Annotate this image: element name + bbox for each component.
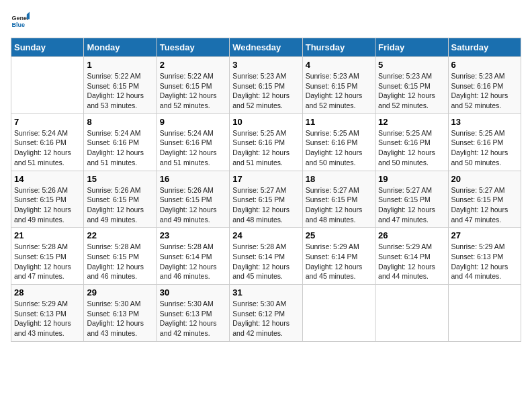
day-number: 23 (160, 230, 226, 240)
day-info: Sunrise: 5:24 AM Sunset: 6:16 PM Dayligh… (160, 128, 226, 168)
day-info: Sunrise: 5:29 AM Sunset: 6:13 PM Dayligh… (451, 242, 518, 281)
day-info: Sunrise: 5:28 AM Sunset: 6:14 PM Dayligh… (160, 242, 226, 281)
logo: General Blue (11, 11, 32, 30)
calendar-cell: 17Sunrise: 5:27 AM Sunset: 6:15 PM Dayli… (230, 171, 302, 228)
week-row-1: 1Sunrise: 5:22 AM Sunset: 6:15 PM Daylig… (11, 57, 521, 114)
svg-text:Blue: Blue (11, 21, 25, 28)
day-number: 2 (160, 60, 226, 70)
calendar-cell: 8Sunrise: 5:24 AM Sunset: 6:16 PM Daylig… (84, 113, 157, 171)
day-info: Sunrise: 5:25 AM Sunset: 6:16 PM Dayligh… (378, 128, 445, 168)
day-number: 13 (451, 117, 518, 127)
calendar-cell (11, 57, 84, 114)
logo-icon: General Blue (11, 11, 30, 30)
calendar-cell: 1Sunrise: 5:22 AM Sunset: 6:15 PM Daylig… (84, 57, 157, 114)
day-number: 31 (232, 287, 299, 298)
header-row: SundayMondayTuesdayWednesdayThursdayFrid… (11, 38, 521, 57)
day-number: 30 (160, 287, 226, 298)
calendar-cell (375, 285, 448, 342)
day-info: Sunrise: 5:22 AM Sunset: 6:15 PM Dayligh… (160, 71, 226, 111)
day-info: Sunrise: 5:23 AM Sunset: 6:15 PM Dayligh… (232, 71, 299, 111)
calendar-cell: 23Sunrise: 5:28 AM Sunset: 6:14 PM Dayli… (157, 228, 229, 285)
day-number: 18 (306, 174, 372, 184)
calendar-cell: 2Sunrise: 5:22 AM Sunset: 6:15 PM Daylig… (157, 57, 229, 114)
header-thursday: Thursday (302, 38, 375, 57)
day-number: 16 (160, 174, 226, 184)
calendar-cell: 24Sunrise: 5:28 AM Sunset: 6:14 PM Dayli… (230, 228, 302, 285)
day-number: 11 (306, 117, 372, 127)
day-number: 17 (232, 174, 299, 184)
week-row-4: 21Sunrise: 5:28 AM Sunset: 6:15 PM Dayli… (11, 228, 521, 285)
day-number: 26 (378, 230, 445, 240)
day-info: Sunrise: 5:29 AM Sunset: 6:13 PM Dayligh… (14, 299, 81, 338)
calendar-cell: 19Sunrise: 5:27 AM Sunset: 6:15 PM Dayli… (375, 171, 448, 228)
day-number: 21 (14, 230, 81, 240)
day-number: 29 (87, 287, 153, 298)
week-row-5: 28Sunrise: 5:29 AM Sunset: 6:13 PM Dayli… (11, 285, 521, 342)
calendar-table: SundayMondayTuesdayWednesdayThursdayFrid… (11, 38, 521, 342)
calendar-cell: 7Sunrise: 5:24 AM Sunset: 6:16 PM Daylig… (11, 113, 84, 171)
calendar-cell: 31Sunrise: 5:30 AM Sunset: 6:12 PM Dayli… (230, 285, 302, 342)
calendar-cell (448, 285, 521, 342)
day-info: Sunrise: 5:25 AM Sunset: 6:16 PM Dayligh… (232, 128, 299, 168)
calendar-cell (302, 285, 375, 342)
calendar-cell: 4Sunrise: 5:23 AM Sunset: 6:15 PM Daylig… (302, 57, 375, 114)
day-number: 4 (306, 60, 372, 70)
day-number: 1 (87, 60, 153, 70)
week-row-3: 14Sunrise: 5:26 AM Sunset: 6:15 PM Dayli… (11, 171, 521, 228)
day-number: 25 (306, 230, 372, 240)
day-number: 28 (14, 287, 81, 298)
calendar-cell: 27Sunrise: 5:29 AM Sunset: 6:13 PM Dayli… (448, 228, 521, 285)
day-info: Sunrise: 5:24 AM Sunset: 6:16 PM Dayligh… (14, 128, 81, 168)
calendar-cell: 16Sunrise: 5:26 AM Sunset: 6:15 PM Dayli… (157, 171, 229, 228)
day-info: Sunrise: 5:28 AM Sunset: 6:15 PM Dayligh… (87, 242, 153, 281)
day-number: 24 (232, 230, 299, 240)
calendar-cell: 11Sunrise: 5:25 AM Sunset: 6:16 PM Dayli… (302, 113, 375, 171)
calendar-cell: 21Sunrise: 5:28 AM Sunset: 6:15 PM Dayli… (11, 228, 84, 285)
day-number: 14 (14, 174, 81, 184)
calendar-cell: 6Sunrise: 5:23 AM Sunset: 6:16 PM Daylig… (448, 57, 521, 114)
calendar-cell: 10Sunrise: 5:25 AM Sunset: 6:16 PM Dayli… (230, 113, 302, 171)
calendar-cell: 9Sunrise: 5:24 AM Sunset: 6:16 PM Daylig… (157, 113, 229, 171)
calendar-cell: 25Sunrise: 5:29 AM Sunset: 6:14 PM Dayli… (302, 228, 375, 285)
day-number: 8 (87, 117, 153, 127)
day-number: 22 (87, 230, 153, 240)
day-info: Sunrise: 5:29 AM Sunset: 6:14 PM Dayligh… (378, 242, 445, 281)
calendar-cell: 15Sunrise: 5:26 AM Sunset: 6:15 PM Dayli… (84, 171, 157, 228)
day-info: Sunrise: 5:27 AM Sunset: 6:15 PM Dayligh… (378, 185, 445, 225)
calendar-cell: 30Sunrise: 5:30 AM Sunset: 6:13 PM Dayli… (157, 285, 229, 342)
day-info: Sunrise: 5:27 AM Sunset: 6:15 PM Dayligh… (306, 185, 372, 225)
day-info: Sunrise: 5:28 AM Sunset: 6:15 PM Dayligh… (14, 242, 81, 281)
day-number: 6 (451, 60, 518, 70)
page-header: General Blue (11, 11, 521, 30)
day-info: Sunrise: 5:27 AM Sunset: 6:15 PM Dayligh… (232, 185, 299, 225)
day-info: Sunrise: 5:29 AM Sunset: 6:14 PM Dayligh… (306, 242, 372, 281)
day-number: 19 (378, 174, 445, 184)
week-row-2: 7Sunrise: 5:24 AM Sunset: 6:16 PM Daylig… (11, 113, 521, 171)
calendar-cell: 12Sunrise: 5:25 AM Sunset: 6:16 PM Dayli… (375, 113, 448, 171)
day-number: 15 (87, 174, 153, 184)
day-info: Sunrise: 5:23 AM Sunset: 6:15 PM Dayligh… (306, 71, 372, 111)
day-number: 20 (451, 174, 518, 184)
day-info: Sunrise: 5:23 AM Sunset: 6:16 PM Dayligh… (451, 71, 518, 111)
day-info: Sunrise: 5:25 AM Sunset: 6:16 PM Dayligh… (306, 128, 372, 168)
day-info: Sunrise: 5:24 AM Sunset: 6:16 PM Dayligh… (87, 128, 153, 168)
day-info: Sunrise: 5:25 AM Sunset: 6:16 PM Dayligh… (451, 128, 518, 168)
day-info: Sunrise: 5:26 AM Sunset: 6:15 PM Dayligh… (87, 185, 153, 225)
calendar-cell: 20Sunrise: 5:27 AM Sunset: 6:15 PM Dayli… (448, 171, 521, 228)
calendar-cell: 28Sunrise: 5:29 AM Sunset: 6:13 PM Dayli… (11, 285, 84, 342)
header-sunday: Sunday (11, 38, 84, 57)
calendar-cell: 26Sunrise: 5:29 AM Sunset: 6:14 PM Dayli… (375, 228, 448, 285)
svg-marker-2 (27, 11, 30, 19)
day-info: Sunrise: 5:30 AM Sunset: 6:13 PM Dayligh… (87, 299, 153, 338)
day-number: 27 (451, 230, 518, 240)
header-monday: Monday (84, 38, 157, 57)
day-number: 10 (232, 117, 299, 127)
calendar-cell: 5Sunrise: 5:23 AM Sunset: 6:15 PM Daylig… (375, 57, 448, 114)
header-wednesday: Wednesday (230, 38, 302, 57)
calendar-cell: 13Sunrise: 5:25 AM Sunset: 6:16 PM Dayli… (448, 113, 521, 171)
day-info: Sunrise: 5:26 AM Sunset: 6:15 PM Dayligh… (160, 185, 226, 225)
header-friday: Friday (375, 38, 448, 57)
calendar-cell: 22Sunrise: 5:28 AM Sunset: 6:15 PM Dayli… (84, 228, 157, 285)
day-number: 12 (378, 117, 445, 127)
day-info: Sunrise: 5:22 AM Sunset: 6:15 PM Dayligh… (87, 71, 153, 111)
